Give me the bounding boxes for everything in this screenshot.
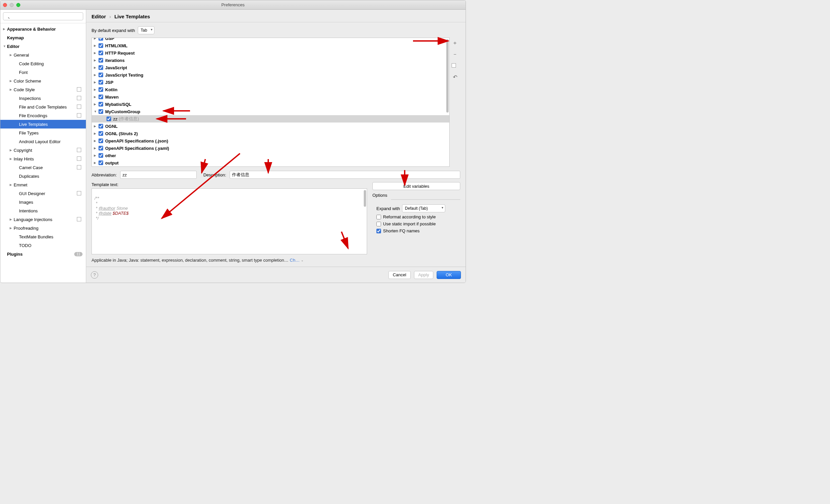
sidebar-item-keymap[interactable]: Keymap bbox=[0, 33, 86, 42]
template-enabled-checkbox[interactable] bbox=[98, 124, 103, 128]
description-input[interactable] bbox=[230, 171, 460, 179]
minimize-window-button[interactable] bbox=[10, 3, 14, 7]
sidebar-item-appearance-behavior[interactable]: ▶Appearance & Behavior bbox=[0, 25, 86, 33]
sidebar-item-todo[interactable]: TODO bbox=[0, 241, 86, 250]
sidebar-item-label: Font bbox=[19, 70, 83, 75]
sidebar-item-color-scheme[interactable]: ▶Color Scheme bbox=[0, 76, 86, 85]
settings-tree[interactable]: ▶Appearance & BehaviorKeymap▼Editor▶Gene… bbox=[0, 23, 86, 283]
template-item-http-request[interactable]: ▶HTTP Request bbox=[92, 49, 449, 57]
sidebar-item-textmate-bundles[interactable]: TextMate Bundles bbox=[0, 232, 86, 241]
expand-with-select[interactable]: Default (Tab) bbox=[402, 204, 445, 212]
shorten-fq-checkbox[interactable] bbox=[376, 229, 381, 233]
scrollbar[interactable] bbox=[446, 39, 449, 113]
template-enabled-checkbox[interactable] bbox=[98, 87, 103, 92]
sidebar-item-file-encodings[interactable]: File Encodings bbox=[0, 111, 86, 120]
sidebar-item-inlay-hints[interactable]: ▶Inlay Hints bbox=[0, 154, 86, 163]
help-button[interactable]: ? bbox=[91, 271, 98, 279]
template-enabled-checkbox[interactable] bbox=[98, 109, 103, 114]
remove-template-button[interactable]: － bbox=[452, 51, 458, 58]
change-contexts-link[interactable]: Ch… bbox=[290, 258, 300, 263]
scope-icon bbox=[77, 105, 81, 109]
sidebar-item-label: Code Editing bbox=[19, 61, 83, 66]
sidebar-item-file-types[interactable]: File Types bbox=[0, 128, 86, 137]
edit-variables-button[interactable]: Edit variables bbox=[373, 182, 460, 190]
template-item-jsp[interactable]: ▶JSP bbox=[92, 78, 449, 86]
cancel-button[interactable]: Cancel bbox=[388, 271, 410, 279]
template-item-gsp[interactable]: ▶GSP bbox=[92, 38, 449, 42]
template-enabled-checkbox[interactable] bbox=[98, 58, 103, 63]
template-item-ognl-struts-2-[interactable]: ▶OGNL (Struts 2) bbox=[92, 130, 449, 137]
maximize-window-button[interactable] bbox=[16, 3, 20, 7]
template-item-mycustomgroup[interactable]: ▼MyCustomGroup bbox=[92, 108, 449, 115]
sidebar-item-gui-designer[interactable]: GUI Designer bbox=[0, 189, 86, 198]
code-doctag: @author bbox=[98, 206, 115, 211]
template-enabled-checkbox[interactable] bbox=[98, 72, 103, 77]
sidebar-item-emmet[interactable]: ▶Emmet bbox=[0, 181, 86, 189]
template-item-zz[interactable]: zz(作者信息) bbox=[92, 115, 449, 123]
sidebar-item-code-editing[interactable]: Code Editing bbox=[0, 59, 86, 68]
ok-button[interactable]: OK bbox=[437, 271, 461, 279]
template-enabled-checkbox[interactable] bbox=[98, 146, 103, 151]
template-item-javascript-testing[interactable]: ▶JavaScript Testing bbox=[92, 71, 449, 78]
sidebar-item-live-templates[interactable]: Live Templates bbox=[0, 120, 86, 128]
abbreviation-input[interactable] bbox=[120, 171, 197, 179]
breadcrumb-leaf: Live Templates bbox=[115, 14, 150, 19]
template-text-editor[interactable]: /** * * @author Stone * @date $DATE$ */ bbox=[92, 188, 367, 254]
search-input[interactable] bbox=[3, 12, 83, 20]
reformat-checkbox[interactable] bbox=[376, 215, 381, 219]
sidebar-item-images[interactable]: Images bbox=[0, 198, 86, 207]
template-item-mybatis-sql[interactable]: ▶Mybatis/SQL bbox=[92, 100, 449, 108]
template-enabled-checkbox[interactable] bbox=[98, 51, 103, 55]
template-item-kotlin[interactable]: ▶Kotlin bbox=[92, 86, 449, 93]
close-window-button[interactable] bbox=[3, 3, 7, 7]
template-enabled-checkbox[interactable] bbox=[98, 153, 103, 158]
template-item-ognl[interactable]: ▶OGNL bbox=[92, 123, 449, 130]
template-text-label: Template text: bbox=[92, 182, 367, 187]
apply-button[interactable]: Apply bbox=[414, 271, 434, 279]
sidebar-item-language-injections[interactable]: ▶Language Injections bbox=[0, 215, 86, 224]
template-enabled-checkbox[interactable] bbox=[98, 80, 103, 85]
sidebar-item-editor[interactable]: ▼Editor bbox=[0, 42, 86, 51]
sidebar-item-intentions[interactable]: Intentions bbox=[0, 207, 86, 215]
scope-icon bbox=[77, 218, 81, 221]
template-item-openapi-specifications-json-[interactable]: ▶OpenAPI Specifications (.json) bbox=[92, 137, 449, 145]
sidebar-item-label: TextMate Bundles bbox=[19, 234, 83, 239]
template-label: HTTP Request bbox=[105, 51, 135, 56]
template-enabled-checkbox[interactable] bbox=[98, 43, 103, 48]
sidebar-item-general[interactable]: ▶General bbox=[0, 51, 86, 59]
template-item-output[interactable]: ▶output bbox=[92, 159, 449, 166]
templates-list[interactable]: ▶GSP▶HTML/XML▶HTTP Request▶iterations▶Ja… bbox=[92, 38, 450, 167]
sidebar-item-camel-case[interactable]: Camel Case bbox=[0, 163, 86, 172]
template-label: HTML/XML bbox=[105, 43, 127, 48]
template-enabled-checkbox[interactable] bbox=[98, 38, 103, 41]
template-enabled-checkbox[interactable] bbox=[98, 65, 103, 70]
sidebar-item-inspections[interactable]: Inspections bbox=[0, 94, 86, 102]
template-enabled-checkbox[interactable] bbox=[98, 138, 103, 143]
copy-template-button[interactable] bbox=[452, 62, 458, 69]
sidebar-item-copyright[interactable]: ▶Copyright bbox=[0, 146, 86, 154]
sidebar-item-plugins[interactable]: Plugins11 bbox=[0, 250, 86, 258]
template-enabled-checkbox[interactable] bbox=[98, 160, 103, 165]
sidebar-item-duplicates[interactable]: Duplicates bbox=[0, 172, 86, 181]
template-item-maven[interactable]: ▶Maven bbox=[92, 93, 449, 100]
sidebar-item-file-and-code-templates[interactable]: File and Code Templates bbox=[0, 102, 86, 111]
template-item-iterations[interactable]: ▶iterations bbox=[92, 57, 449, 64]
template-item-other[interactable]: ▶other bbox=[92, 152, 449, 159]
template-enabled-checkbox[interactable] bbox=[98, 102, 103, 106]
revert-template-button[interactable]: ↶ bbox=[452, 73, 458, 80]
sidebar-item-font[interactable]: Font bbox=[0, 68, 86, 76]
sidebar-item-android-layout-editor[interactable]: Android Layout Editor bbox=[0, 137, 86, 146]
template-label: MyCustomGroup bbox=[105, 109, 140, 114]
sidebar-item-code-style[interactable]: ▶Code Style bbox=[0, 85, 86, 94]
template-item-html-xml[interactable]: ▶HTML/XML bbox=[92, 42, 449, 49]
static-import-checkbox[interactable] bbox=[376, 222, 381, 226]
add-template-button[interactable]: ＋ bbox=[452, 40, 458, 46]
template-enabled-checkbox[interactable] bbox=[106, 117, 111, 121]
template-enabled-checkbox[interactable] bbox=[98, 95, 103, 99]
scrollbar[interactable] bbox=[364, 190, 366, 207]
sidebar-item-proofreading[interactable]: ▶Proofreading bbox=[0, 224, 86, 232]
template-item-openapi-specifications-yaml-[interactable]: ▶OpenAPI Specifications (.yaml) bbox=[92, 145, 449, 152]
template-item-javascript[interactable]: ▶JavaScript bbox=[92, 64, 449, 71]
template-enabled-checkbox[interactable] bbox=[98, 131, 103, 136]
expand-default-select[interactable]: Tab bbox=[138, 26, 154, 34]
